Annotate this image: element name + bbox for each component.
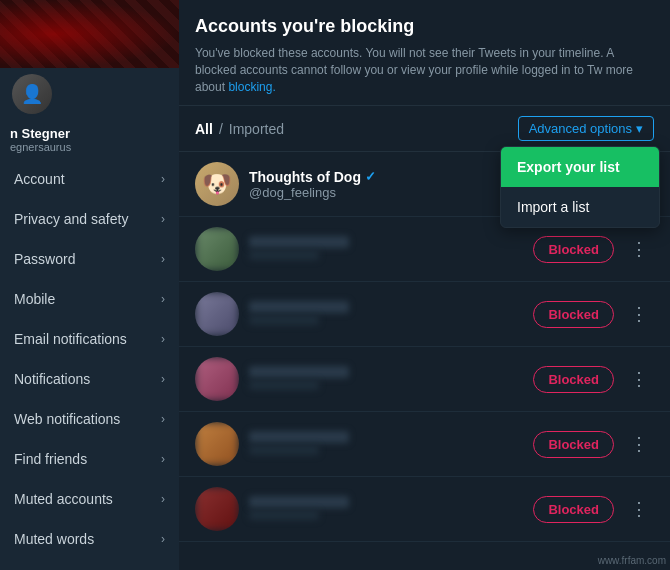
account-handle [249,248,523,263]
sidebar-item-email-label: Email notifications [14,331,127,347]
chevron-right-icon: › [161,172,165,186]
more-icon: ⋮ [630,434,648,454]
account-info: Thoughts of Dog ✓ @dog_feelings [249,169,523,200]
chevron-right-icon: › [161,412,165,426]
page-header: Accounts you're blocking You've blocked … [179,0,670,106]
import-label: Import a list [517,199,589,215]
more-options-button[interactable]: ⋮ [624,431,654,457]
avatar-placeholder: 👤 [12,74,52,114]
watermark: www.frfam.com [598,555,666,566]
blurred-name [249,431,349,443]
account-name: Thoughts of Dog [249,169,361,185]
avatar [195,487,239,531]
more-options-button[interactable]: ⋮ [624,496,654,522]
more-icon: ⋮ [630,369,648,389]
banner-pattern [0,0,179,68]
profile-banner [0,0,179,68]
account-name-row [249,431,523,443]
account-info [249,366,523,393]
blocked-button[interactable]: Blocked [533,496,614,523]
dropdown-item-import[interactable]: Import a list [501,187,659,227]
more-icon: ⋮ [630,239,648,259]
advanced-options-label: Advanced options [529,121,632,136]
profile-header: 👤 [0,0,179,110]
blocked-button[interactable]: Blocked [533,236,614,263]
nav-items: Account › Privacy and safety › Password … [0,159,179,570]
more-icon: ⋮ [630,499,648,519]
blurred-handle [249,315,319,325]
dropdown-item-export[interactable]: Export your list [501,147,659,187]
page-description: You've blocked these accounts. You will … [195,45,654,95]
account-info [249,236,523,263]
tab-all[interactable]: All [195,121,213,137]
sidebar: 👤 n Stegner egnersaurus Account › Privac… [0,0,179,570]
account-name-row [249,496,523,508]
blurred-name [249,366,349,378]
chevron-right-icon: › [161,532,165,546]
dog-avatar-image: 🐶 [195,162,239,206]
sidebar-item-account[interactable]: Account › [0,159,179,199]
chevron-right-icon: › [161,292,165,306]
chevron-right-icon: › [161,372,165,386]
chevron-right-icon: › [161,212,165,226]
blocking-link[interactable]: blocking. [228,80,275,94]
account-info [249,301,523,328]
blocked-button[interactable]: Blocked [533,431,614,458]
blocked-button[interactable]: Blocked [533,366,614,393]
advanced-options-button[interactable]: Advanced options ▾ [518,116,654,141]
profile-handle: egnersaurus [10,141,169,153]
sidebar-item-mobile[interactable]: Mobile › [0,279,179,319]
table-row: Blocked ⋮ [179,412,670,477]
sidebar-item-web-label: Web notifications [14,411,120,427]
avatar [195,357,239,401]
chevron-down-icon: ▾ [636,121,643,136]
sidebar-item-web-notifications[interactable]: Web notifications › [0,399,179,439]
blurred-name [249,496,349,508]
profile-info: n Stegner egnersaurus [0,118,179,159]
more-options-button[interactable]: ⋮ [624,236,654,262]
account-handle: @dog_feelings [249,185,523,200]
sidebar-item-email-notifications[interactable]: Email notifications › [0,319,179,359]
sidebar-item-find-friends[interactable]: Find friends › [0,439,179,479]
blurred-handle [249,510,319,520]
avatar: 🐶 [195,162,239,206]
sidebar-item-privacy-safety[interactable]: Privacy and safety › [0,199,179,239]
sidebar-item-password-label: Password [14,251,75,267]
account-name-row: Thoughts of Dog ✓ [249,169,523,185]
account-handle [249,508,523,523]
banner-overlay [0,0,179,68]
account-handle [249,313,523,328]
sidebar-item-password[interactable]: Password › [0,239,179,279]
tabs-left: All / Imported [195,121,284,137]
blurred-avatar-image [195,487,239,531]
tab-imported[interactable]: Imported [229,121,284,137]
account-info [249,431,523,458]
dropdown-menu: Export your list Import a list [500,146,660,228]
more-options-button[interactable]: ⋮ [624,366,654,392]
avatar [195,227,239,271]
sidebar-item-blocked-accounts[interactable]: Blocked accounts › [0,559,179,570]
chevron-right-icon: › [161,452,165,466]
sidebar-item-notifications[interactable]: Notifications › [0,359,179,399]
blurred-name [249,236,349,248]
page-title: Accounts you're blocking [195,16,654,37]
account-info [249,496,523,523]
sidebar-item-privacy-label: Privacy and safety [14,211,128,227]
sidebar-item-mobile-label: Mobile [14,291,55,307]
tabs-row: All / Imported Advanced options ▾ Export… [179,106,670,152]
main-content: Accounts you're blocking You've blocked … [179,0,670,570]
account-handle [249,378,523,393]
export-label: Export your list [517,159,620,175]
blocked-button[interactable]: Blocked [533,301,614,328]
table-row: Blocked ⋮ [179,282,670,347]
sidebar-item-muted-accounts[interactable]: Muted accounts › [0,479,179,519]
blurred-handle [249,250,319,260]
chevron-right-icon: › [161,492,165,506]
more-options-button[interactable]: ⋮ [624,301,654,327]
profile-name: n Stegner [10,126,169,141]
tab-separator: / [219,121,223,137]
avatar: 👤 [10,72,54,116]
blurred-handle [249,380,319,390]
sidebar-item-muted-words[interactable]: Muted words › [0,519,179,559]
more-icon: ⋮ [630,304,648,324]
